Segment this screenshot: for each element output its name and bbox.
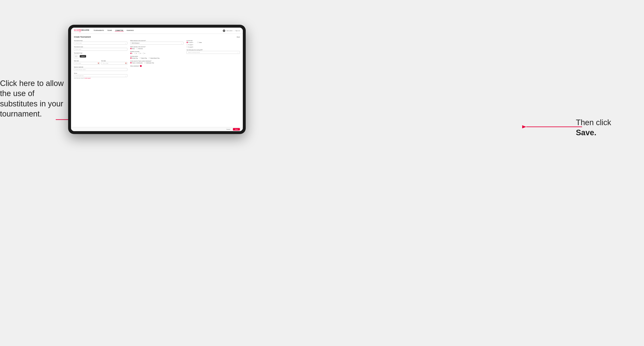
gender-mens[interactable]: Mens (130, 48, 135, 49)
rounds-2-label: 2 (136, 53, 137, 54)
format-5count4-label: 5 count 4 (188, 42, 193, 43)
event-individuals-radio[interactable] (144, 62, 146, 63)
user-label: blair admin (226, 30, 232, 31)
rounds-label: Number of rounds (130, 51, 184, 52)
gender-section: Which gender is the event for? Mens Wome… (130, 46, 184, 49)
sponsor-label: Sponsor (optional) (74, 66, 128, 68)
nav-links: TOURNAMENTS TEAMS COMMITTEE RANKINGS (93, 30, 223, 31)
rounds-2[interactable]: 2 (134, 53, 137, 54)
nav-rankings[interactable]: RANKINGS (126, 30, 134, 31)
division-input[interactable]: NCAA Division I (130, 42, 184, 44)
rounds-3-label: 3 (140, 53, 141, 54)
format-6count5[interactable]: 6 count 5 (186, 46, 193, 48)
tournament-logo-label: Tournament logo (74, 52, 128, 54)
venue-email-link[interactable]: email support (84, 78, 91, 79)
scoring-match-radio[interactable] (140, 57, 141, 59)
tournament-host-section: Tournament Host Search team (74, 40, 128, 44)
scoring-stroke-radio[interactable] (130, 57, 132, 59)
cancel-button[interactable]: Cancel (225, 128, 232, 131)
rounds-1-label: 1 (132, 53, 133, 54)
allow-substitutes-item[interactable]: Allow substitutes? (130, 65, 184, 67)
nav-teams[interactable]: TEAMS (107, 30, 112, 31)
rounds-1[interactable]: 1 (130, 53, 133, 54)
end-date-placeholder: Pick a date (102, 63, 108, 64)
tournament-name-input[interactable]: Enter name (74, 48, 128, 51)
division-section: Which division is the event for? NCAA Di… (130, 40, 184, 44)
nav-tournaments[interactable]: TOURNAMENTS (93, 30, 104, 31)
bottom-bar: Cancel Save (71, 127, 243, 131)
rounds-radio-group: 1 2 3 4 (130, 53, 184, 54)
start-date-label: Start date (74, 60, 100, 61)
start-date-input[interactable]: Pick a date 📅 (74, 62, 100, 65)
tournament-host-input[interactable]: Search team (74, 42, 128, 44)
format-6count5-radio[interactable] (186, 46, 188, 48)
sign-out-link[interactable]: Sign out (236, 30, 240, 31)
scoring-match-label: Match Play (142, 57, 147, 59)
format-5count4-radio[interactable] (186, 42, 188, 43)
start-date-section: Start date Pick a date 📅 (74, 60, 100, 65)
rounds-3[interactable]: 3 (138, 53, 141, 54)
scoring-medal-label: Medal Match Play (150, 57, 160, 59)
rounds-3-radio[interactable] (138, 53, 140, 54)
rounds-1-radio[interactable] (130, 53, 132, 54)
scoring-match[interactable]: Match Play (140, 57, 147, 59)
page-header: Create Tournament Back (74, 36, 240, 38)
end-date-input[interactable]: Pick a date 📅 (101, 62, 127, 65)
rounds-4[interactable]: 4 (143, 53, 145, 54)
sponsor-input[interactable]: Enter sponsor name (74, 68, 128, 71)
event-type-label: Is this event for Teams and/or Individua… (130, 60, 184, 62)
format-other-label: Other (199, 42, 202, 43)
logo-upload-area: Upload (74, 54, 128, 59)
gender-label: Which gender is the event for? (130, 46, 184, 47)
nav-separator: | (234, 30, 234, 31)
logo-powered: Powered by clippd (74, 31, 90, 32)
end-date-calendar-icon: 📅 (125, 63, 126, 64)
event-teams-radio[interactable] (130, 62, 132, 63)
format-other[interactable]: Other (197, 42, 202, 43)
nav-right: B blair admin | Sign out (223, 29, 240, 32)
format-other-radio[interactable] (197, 42, 199, 43)
event-individuals[interactable]: Individuals Only (144, 62, 154, 63)
scoring-medal-radio[interactable] (149, 57, 150, 59)
end-date-wrap: Pick a date 📅 (101, 62, 127, 65)
scoring-stroke[interactable]: Stroke Play (130, 57, 138, 59)
rounds-4-radio[interactable] (143, 53, 144, 54)
format-5count4[interactable]: 5 count 4 (186, 42, 193, 43)
logo-placeholder (74, 54, 78, 59)
tournament-name-section: Tournament name Enter name (74, 46, 128, 51)
event-teams-label: Teams (+Individuals) (132, 62, 143, 63)
nav-committee[interactable]: COMMITTEE (115, 30, 124, 31)
division-value: NCAA Division I (132, 42, 140, 44)
venue-input[interactable]: Search golf club (74, 74, 128, 77)
format-6count4-radio[interactable] (186, 44, 188, 45)
scoring-system-label: Scoring system (130, 56, 184, 57)
tournament-host-placeholder: Search team (75, 42, 82, 44)
gender-radio-group: Mens Womens (130, 48, 184, 49)
allow-substitutes-section: Allow substitutes? (130, 65, 184, 67)
form-col-2: Which division is the event for? NCAA Di… (130, 40, 184, 80)
gender-womens-radio[interactable] (136, 48, 138, 49)
allow-substitutes-checkbox[interactable] (140, 65, 142, 67)
format-row-1: 5 count 4 Other (186, 42, 240, 43)
back-link[interactable]: Back (236, 36, 240, 38)
event-teams[interactable]: Teams (+Individuals) (130, 62, 143, 63)
scoring-api-select[interactable]: Select a scoring service (186, 51, 240, 54)
rounds-4-label: 4 (144, 53, 145, 54)
save-button[interactable]: Save (233, 128, 240, 131)
scoring-medal[interactable]: Medal Match Play (149, 57, 160, 59)
scoring-radio-group: Stroke Play Match Play Medal Match Play (130, 57, 184, 59)
format-options-group: 5 count 4 Other 6 count 4 (186, 42, 240, 48)
tournament-logo-section: Tournament logo Upload (74, 52, 128, 59)
gender-womens[interactable]: Womens (136, 48, 143, 49)
gender-mens-radio[interactable] (130, 48, 132, 49)
start-date-wrap: Pick a date 📅 (74, 62, 100, 65)
navbar: SCOREBOARD Powered by clippd TOURNAMENTS… (71, 28, 243, 34)
upload-button[interactable]: Upload (80, 55, 86, 57)
annotation-right-arrow (522, 121, 584, 133)
tablet-frame: SCOREBOARD Powered by clippd TOURNAMENTS… (68, 25, 246, 134)
page-content: Create Tournament Back Tournament Host S… (71, 34, 243, 131)
format-6count4[interactable]: 6 count 4 (186, 44, 193, 45)
allow-substitutes-label: Allow substitutes? (130, 65, 139, 67)
rounds-2-radio[interactable] (134, 53, 136, 54)
sponsor-placeholder: Enter sponsor name (75, 69, 86, 70)
